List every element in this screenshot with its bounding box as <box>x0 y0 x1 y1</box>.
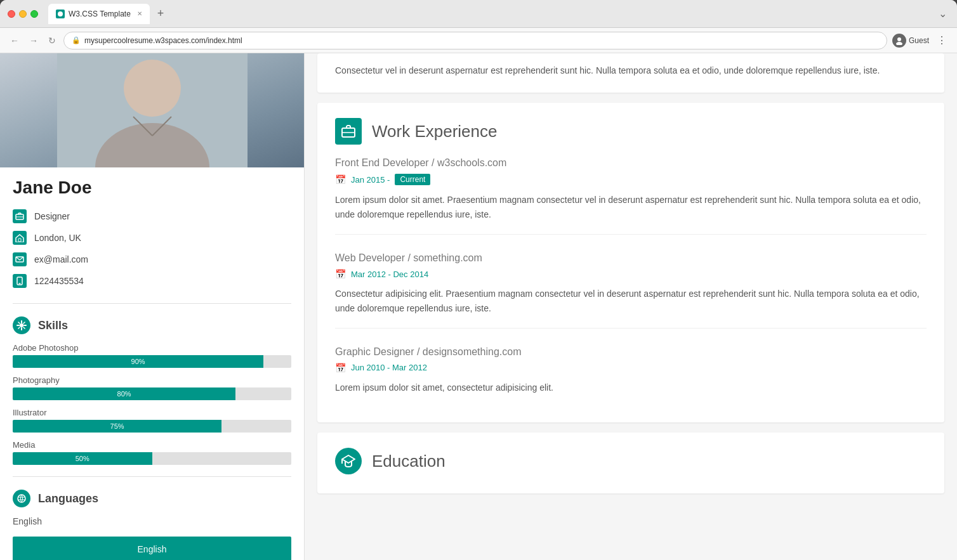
url-display: mysupercoolresume.w3spaces.com/index.htm… <box>84 36 242 45</box>
job-entry-3: Graphic Designer / designsomething.com 📅… <box>335 346 927 407</box>
svg-rect-10 <box>18 238 21 242</box>
person-name: Jane Doe <box>0 167 304 200</box>
photo-placeholder <box>0 53 304 167</box>
svg-line-20 <box>23 327 25 329</box>
reload-button[interactable]: ↻ <box>46 33 58 48</box>
main-content: Consectetur vel in deserunt aspernatur e… <box>305 53 957 560</box>
intro-text: Consectetur vel in deserunt aspernatur e… <box>335 63 927 77</box>
guest-label: Guest <box>909 36 929 45</box>
skill-adobe: Adobe Photoshop 90% <box>0 341 304 373</box>
calendar-icon-3: 📅 <box>335 363 346 373</box>
languages-icon <box>13 490 30 507</box>
skill-name-photography: Photography <box>13 375 291 385</box>
lock-icon: 🔒 <box>72 36 81 44</box>
skills-heading: Skills <box>0 310 304 341</box>
svg-point-2 <box>896 42 902 45</box>
skill-media: Media 50% <box>0 438 304 470</box>
sidebar-info: Designer London, UK ex@mail.com <box>0 200 304 297</box>
skill-bar-fill-illustrator: 75% <box>13 420 221 433</box>
skill-name-adobe: Adobe Photoshop <box>13 343 291 353</box>
traffic-lights <box>8 10 38 18</box>
calendar-icon-1: 📅 <box>335 174 346 185</box>
job-date-range-3: Jun 2010 - Mar 2012 <box>351 363 427 372</box>
skill-bar-fill-media: 50% <box>13 452 152 465</box>
phone-icon <box>13 274 27 288</box>
svg-line-19 <box>18 322 20 323</box>
work-icon <box>335 118 362 145</box>
work-section-title: Work Experience <box>372 122 498 141</box>
new-tab-button[interactable]: + <box>152 7 169 20</box>
email-item: ex@mail.com <box>13 249 291 270</box>
browser-window: W3.CSS Template ✕ + ⌄ ← → ↻ 🔒 mysupercoo… <box>0 0 957 560</box>
languages-title: Languages <box>38 492 98 505</box>
active-tab[interactable]: W3.CSS Template ✕ <box>48 4 150 24</box>
address-bar[interactable]: 🔒 mysupercoolresume.w3spaces.com/index.h… <box>63 32 887 49</box>
minimize-traffic-light[interactable] <box>19 10 27 18</box>
job-date-range-2: Mar 2012 - Dec 2014 <box>351 270 428 279</box>
job-title-2: Web Developer / something.com <box>335 252 927 264</box>
education-icon <box>335 448 362 474</box>
intro-card: Consectetur vel in deserunt aspernatur e… <box>317 53 944 93</box>
close-traffic-light[interactable] <box>8 10 15 18</box>
browser-toolbar: ← → ↻ 🔒 mysupercoolresume.w3spaces.com/i… <box>0 28 957 53</box>
browser-titlebar: W3.CSS Template ✕ + ⌄ <box>0 0 957 28</box>
skill-bar-bg-media: 50% <box>13 452 291 465</box>
profile-photo <box>0 53 304 167</box>
work-experience-card: Work Experience Front End Developer / w3… <box>317 103 944 422</box>
avatar <box>892 34 906 48</box>
svg-line-21 <box>23 322 25 323</box>
guest-button[interactable]: Guest <box>892 34 929 48</box>
calendar-icon-2: 📅 <box>335 269 346 279</box>
job-entry-1: Front End Developer / w3schools.com 📅 Ja… <box>335 157 927 235</box>
skill-photography: Photography 80% <box>0 373 304 405</box>
skill-bar-fill-photography: 80% <box>13 387 235 400</box>
job-title-1: Front End Developer / w3schools.com <box>335 157 927 169</box>
svg-line-22 <box>18 327 20 329</box>
home-icon <box>13 231 27 245</box>
skills-icon <box>13 316 30 334</box>
education-section-title: Education <box>372 452 446 471</box>
tab-favicon <box>56 10 65 18</box>
languages-heading: Languages <box>0 483 304 514</box>
skill-name-illustrator: Illustrator <box>13 408 291 417</box>
sidebar-divider-1 <box>13 303 291 304</box>
svg-point-23 <box>18 495 25 502</box>
svg-point-14 <box>20 323 23 327</box>
education-card: Education <box>317 433 944 493</box>
browser-menu-button[interactable]: ⋮ <box>934 34 949 46</box>
back-button[interactable]: ← <box>8 33 22 48</box>
job-dates-3: 📅 Jun 2010 - Mar 2012 <box>335 363 927 373</box>
maximize-traffic-light[interactable] <box>30 10 38 18</box>
email-icon <box>13 252 27 266</box>
skill-bar-fill-adobe: 90% <box>13 355 263 368</box>
language-english: English <box>0 514 304 531</box>
phone-item: 1224435534 <box>13 270 291 292</box>
skill-bar-bg-illustrator: 75% <box>13 420 291 433</box>
skill-bar-bg-photography: 80% <box>13 387 291 400</box>
skill-bar-bg-adobe: 90% <box>13 355 291 368</box>
forward-button[interactable]: → <box>27 33 41 48</box>
briefcase-icon <box>13 209 27 223</box>
job-description-3: Lorem ipsum dolor sit amet, consectetur … <box>335 381 927 394</box>
svg-point-0 <box>58 11 63 16</box>
location-item: London, UK <box>13 227 291 249</box>
email-text: ex@mail.com <box>34 254 88 264</box>
skills-title: Skills <box>38 319 68 332</box>
svg-point-1 <box>897 37 901 41</box>
tab-close-button[interactable]: ✕ <box>137 10 142 17</box>
job-entry-2: Web Developer / something.com 📅 Mar 2012… <box>335 252 927 329</box>
language-english-button[interactable]: English <box>13 537 291 560</box>
title-item: Designer <box>13 205 291 227</box>
job-description-1: Lorem ipsum dolor sit amet. Praesentium … <box>335 193 927 221</box>
job-dates-2: 📅 Mar 2012 - Dec 2014 <box>335 269 927 279</box>
svg-point-4 <box>124 60 181 117</box>
page-content: Jane Doe Designer London, UK <box>0 53 957 560</box>
job-title-3: Graphic Designer / designsomething.com <box>335 346 927 358</box>
education-section-heading: Education <box>335 448 927 474</box>
sidebar-divider-2 <box>13 476 291 477</box>
work-section-heading: Work Experience <box>335 118 927 145</box>
tab-title: W3.CSS Template <box>69 10 131 18</box>
job-description-2: Consectetur adipisicing elit. Praesentiu… <box>335 287 927 315</box>
tab-bar: W3.CSS Template ✕ + <box>48 4 169 24</box>
browser-chevron-button[interactable]: ⌄ <box>936 8 949 20</box>
